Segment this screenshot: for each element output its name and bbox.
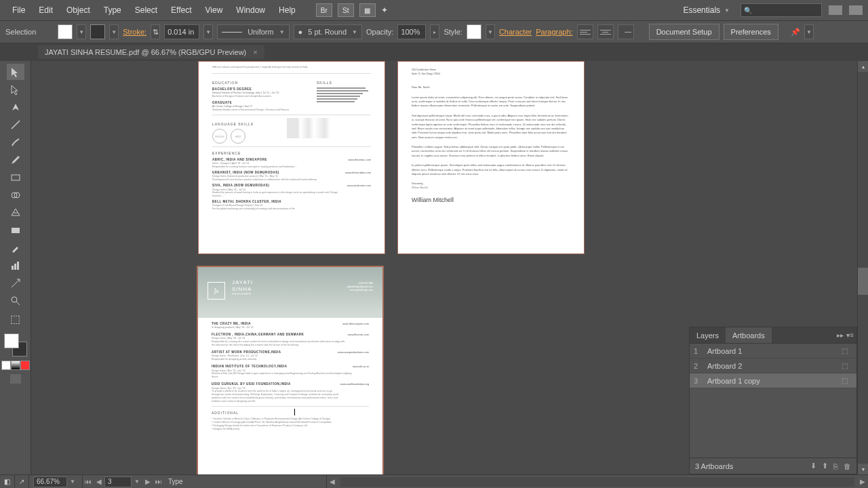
menu-object[interactable]: Object [60,5,97,15]
stroke-stepper[interactable]: ⇅ [151,24,160,39]
arrange-icon[interactable]: ▦ [359,3,376,17]
artboard-3[interactable]: ʃs JAYATI SINHA DESIGNER 1234 567 890jay… [197,266,384,474]
zoom-dropdown[interactable]: ▼ [67,479,78,485]
slice-tool[interactable] [7,275,24,291]
stroke-profile-select[interactable]: Uniform ▼ [217,24,289,39]
stroke-weight-dropdown[interactable]: ▼ [203,24,213,39]
zoom-tool[interactable] [7,293,24,309]
menu-effect[interactable]: Effect [164,5,198,15]
style-label: Style: [443,28,462,36]
hscroll-left-icon[interactable]: ◀ [327,478,338,485]
zoom-input[interactable] [33,476,67,487]
document-tab[interactable]: JAYATI SINHA RESUME.pdf @ 66.67% (RGB/GP… [38,45,264,59]
delete-artboard-icon[interactable]: 🗑 [844,462,851,470]
move-up-icon[interactable]: ⬆ [822,462,828,470]
search-input[interactable]: 🔍 [741,3,822,17]
scroll-thumb[interactable] [858,268,868,295]
next-artboard-button[interactable]: ▶ [142,478,153,485]
artboard-options-icon[interactable]: ⬚ [842,347,852,354]
opacity-input[interactable] [397,24,426,39]
bridge-icon[interactable]: Br [316,3,332,17]
align-right-button[interactable] [618,24,634,39]
artboard-dropdown[interactable]: ▼ [132,479,142,485]
hand-tool[interactable]: ⬚ [7,310,24,327]
stroke-dropdown[interactable]: ▼ [109,24,119,39]
menu-type[interactable]: Type [97,5,128,15]
fill-swatch[interactable] [58,24,73,39]
shape-builder-tool[interactable] [7,187,24,203]
menu-help[interactable]: Help [272,5,302,15]
artboard-options-icon[interactable]: ⬚ [842,377,852,384]
preferences-button[interactable]: Preferences [724,24,778,40]
first-artboard-button[interactable]: ⏮ [83,478,94,485]
prev-artboard-button[interactable]: ◀ [94,478,104,485]
fill-dropdown[interactable]: ▼ [77,24,86,39]
export-icon[interactable]: ↗ [15,475,29,488]
pin-icon[interactable]: 📌 [791,28,800,37]
gradient-mode-icon[interactable] [11,361,20,370]
rectangle-tool[interactable] [7,169,24,186]
artboard-1[interactable]: different cultures and expand his perspe… [198,61,385,254]
close-tab-icon[interactable]: × [253,48,257,56]
pen-tool[interactable] [7,99,24,115]
stroke-swatch[interactable] [90,24,105,39]
last-artboard-button[interactable]: ⏭ [153,478,164,485]
artboard-options-icon[interactable]: ⬚ [842,362,852,369]
minimize-button[interactable] [829,5,842,15]
foreground-swatch[interactable] [4,333,19,348]
align-center-button[interactable] [597,24,614,39]
menu-view[interactable]: View [199,5,230,15]
stock-icon[interactable]: St [338,3,354,17]
vertical-scrollbar[interactable]: ▴ ▾ [857,61,868,474]
align-left-button[interactable] [577,24,593,39]
maximize-button[interactable] [849,5,863,15]
brush-select[interactable]: ● 5 pt. Round ▼ [294,24,362,39]
style-dropdown[interactable]: ▼ [486,24,495,39]
menu-select[interactable]: Select [128,5,164,15]
artboard-row-2[interactable]: 2 Artboard 2 ⬚ [690,359,856,373]
horizontal-scrollbar[interactable] [340,477,854,487]
more-options-dropdown[interactable]: ▼ [804,24,814,39]
menu-edit[interactable]: Edit [32,5,60,15]
eyedropper-tool[interactable] [7,240,24,256]
scroll-down-icon[interactable]: ▾ [858,464,868,474]
color-swatches[interactable] [4,333,27,357]
direct-selection-tool[interactable] [7,81,24,98]
artboard-2[interactable]: 234 Candleshoe StreetSuite #2, San Diego… [397,61,585,254]
paragraph-link[interactable]: Paragraph: [536,28,572,36]
move-down-icon[interactable]: ⬇ [810,462,816,470]
gpu-icon[interactable]: ✦ [381,5,388,15]
color-mode-icon[interactable] [1,361,11,370]
style-swatch[interactable] [467,24,481,39]
type-select[interactable]: Type [164,475,327,488]
artboard-row-1[interactable]: 1 Artboard 1 ⬚ [690,344,856,359]
stroke-label[interactable]: Stroke: [123,28,146,36]
brush-tool[interactable] [7,134,24,150]
menu-window[interactable]: Window [229,5,272,15]
perspective-tool[interactable] [7,205,24,221]
gradient-tool[interactable] [7,222,24,239]
collapse-icon[interactable]: ▸▸ [837,331,844,339]
svg-point-7 [12,297,17,302]
artboards-tab[interactable]: Artboards [726,327,772,343]
new-artboard-icon[interactable]: ⎘ [833,462,838,470]
line-tool[interactable] [7,117,24,133]
workspace-dropdown[interactable]: Essentials ▼ [677,5,735,15]
artboard-row-3[interactable]: 3 Artboard 1 copy ⬚ [690,373,856,388]
gpu-preview-icon[interactable]: ◧ [0,475,15,488]
scroll-up-icon[interactable]: ▴ [858,61,868,72]
opacity-dropdown[interactable]: ▸ [430,24,439,39]
character-link[interactable]: Character [499,28,532,36]
document-setup-button[interactable]: Document Setup [649,24,719,40]
panel-menu-icon[interactable]: ▾≡ [846,331,854,339]
screen-mode-icon[interactable] [10,374,21,384]
menu-file[interactable]: File [5,5,32,15]
artboard-number-input[interactable] [104,476,132,487]
selection-tool[interactable] [7,64,24,80]
stroke-weight-input[interactable] [164,24,199,39]
graph-tool[interactable] [7,258,24,274]
hscroll-right-icon[interactable]: ▶ [857,478,868,485]
layers-tab[interactable]: Layers [690,327,726,343]
none-mode-icon[interactable] [20,361,30,370]
pencil-tool[interactable] [7,152,24,168]
